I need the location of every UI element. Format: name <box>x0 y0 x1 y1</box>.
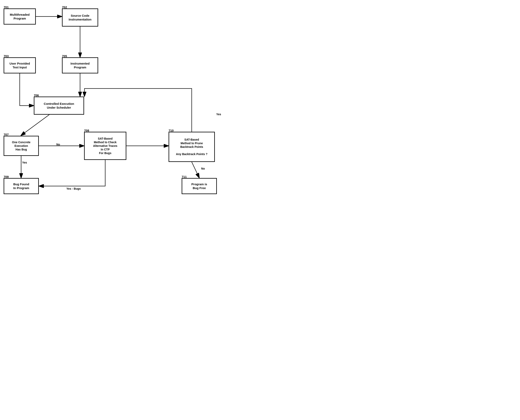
box-707-text: One Concrete Execution Has Bug <box>12 140 30 151</box>
arrow-label-no: No <box>56 143 60 146</box>
box-710: SAT-Based Method to Prune Backtrack Poin… <box>169 132 215 162</box>
arrow-label-no-711: No <box>201 167 205 170</box>
box-703-text: User Provided Test Input <box>9 61 30 69</box>
box-709: Bug Found In Program <box>4 178 39 194</box>
box-707: One Concrete Execution Has Bug <box>4 136 39 156</box>
box-709-text: Bug Found In Program <box>13 182 29 190</box>
arrow-label-yes-710: Yes <box>216 113 221 116</box>
box-706: Controlled Execution Under Scheduler <box>34 97 84 115</box>
arrow-label-yes-bugs: Yes - Bugs <box>66 187 81 190</box>
box-710-text: SAT-Based Method to Prune Backtrack Poin… <box>176 138 207 156</box>
box-711: Program is Bug Free <box>182 178 217 194</box>
box-702: Source Code Instrumentation <box>62 8 98 27</box>
box-701-text: Multithreaded Program <box>10 13 30 21</box>
box-708: SAT-Based Method to Check Alternative Tr… <box>84 132 126 160</box>
arrow-label-yes-707: Yes <box>22 161 27 164</box>
box-708-text: SAT-Based Method to Check Alternative Tr… <box>93 137 117 155</box>
box-702-text: Source Code Instrumentation <box>68 14 91 22</box>
box-701: Multithreaded Program <box>4 8 36 24</box>
svg-line-7 <box>192 162 199 178</box>
box-706-text: Controlled Execution Under Scheduler <box>44 102 74 110</box>
diagram: 701 702 703 705 706 707 708 709 710 711 … <box>0 0 260 210</box>
box-711-text: Program is Bug Free <box>191 182 207 190</box>
box-703: User Provided Test Input <box>4 57 36 73</box>
box-705: Instrumented Program <box>62 57 98 73</box>
svg-line-4 <box>21 115 49 135</box>
box-705-text: Instrumented Program <box>70 61 90 69</box>
